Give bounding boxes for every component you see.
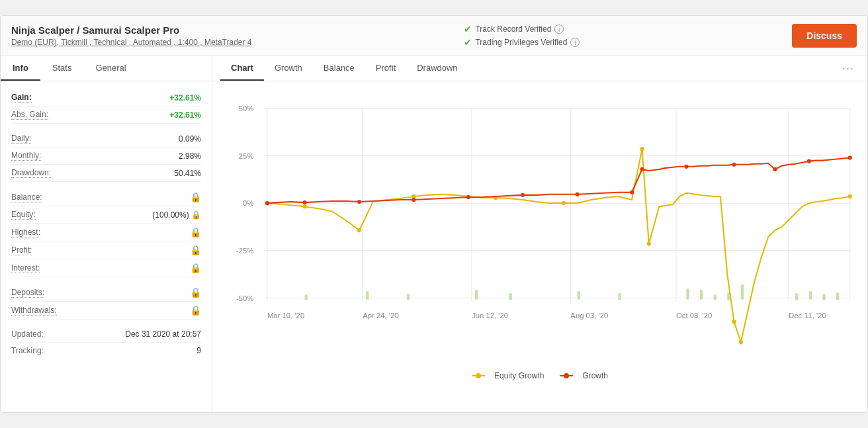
- svg-point-57: [630, 191, 634, 194]
- monthly-value: 2.98%: [179, 151, 201, 161]
- withdrawals-row: Withdrawals: 🔒: [11, 302, 201, 320]
- subtitle-suffix: , Technical , Automated , 1:400 , MetaTr…: [87, 38, 252, 47]
- chart-tab-drawdown[interactable]: Drawdown: [406, 56, 468, 81]
- svg-rect-32: [714, 294, 716, 300]
- svg-point-61: [773, 167, 777, 171]
- tracking-label: Tracking:: [11, 346, 44, 355]
- legend-equity-growth: Equity Growth: [472, 371, 544, 380]
- svg-point-56: [576, 193, 580, 196]
- svg-text:Oct 08, '20: Oct 08, '20: [676, 312, 712, 320]
- abs-gain-label: Abs. Gain:: [11, 110, 48, 120]
- left-panel: Info Stats General Gain: +32.61% Abs. Ga…: [1, 56, 212, 412]
- verified-section: ✔ Track Record Verified i ✔ Trading Priv…: [464, 24, 580, 48]
- svg-point-41: [357, 228, 361, 232]
- deposits-label: Deposits:: [11, 288, 44, 298]
- chart-tabs: Chart Growth Balance Profit Drawdown ···: [212, 56, 867, 81]
- chart-area: .grid-line { stroke: #e8e8e8; stroke-wid…: [212, 81, 867, 412]
- abs-gain-value: +32.61%: [169, 110, 201, 120]
- chart-svg: .grid-line { stroke: #e8e8e8; stroke-wid…: [223, 88, 857, 366]
- chart-tab-chart[interactable]: Chart: [220, 56, 264, 81]
- legend-equity-label: Equity Growth: [494, 371, 544, 380]
- balance-value: 🔒: [190, 192, 201, 202]
- deposits-row: Deposits: 🔒: [11, 284, 201, 302]
- page-subtitle: Demo (EUR), Tickmill , Technical , Autom…: [11, 38, 251, 47]
- equity-label: Equity:: [11, 210, 36, 220]
- chart-tab-profit[interactable]: Profit: [365, 56, 406, 81]
- chart-legend: Equity Growth Growth: [223, 371, 857, 380]
- svg-point-58: [640, 167, 644, 171]
- verified-label-1: Track Record Verified: [475, 24, 551, 34]
- svg-point-44: [562, 201, 566, 205]
- svg-rect-35: [795, 293, 798, 300]
- profit-row: Profit: 🔒: [11, 241, 201, 259]
- daily-label: Daily:: [11, 134, 31, 144]
- svg-point-40: [303, 204, 307, 208]
- svg-text:25%: 25%: [239, 152, 254, 160]
- svg-rect-23: [305, 294, 308, 300]
- chart-tab-growth[interactable]: Growth: [264, 56, 313, 81]
- svg-rect-36: [809, 291, 812, 299]
- legend-growth-label: Growth: [582, 371, 608, 380]
- tracking-row: Tracking: 9: [11, 343, 201, 359]
- tickmill-link[interactable]: Tickmill: [61, 38, 87, 47]
- chart-svg-container: .grid-line { stroke: #e8e8e8; stroke-wid…: [223, 88, 857, 366]
- updated-row: Updated: Dec 31 2020 at 20:57: [11, 326, 201, 343]
- trading-privileges-verified: ✔ Trading Privileges Verified i: [464, 37, 580, 48]
- discuss-button[interactable]: Discuss: [792, 24, 857, 48]
- svg-rect-34: [741, 284, 744, 300]
- tab-stats[interactable]: Stats: [40, 56, 84, 81]
- svg-text:-50%: -50%: [236, 294, 253, 302]
- main-content: Info Stats General Gain: +32.61% Abs. Ga…: [1, 56, 867, 412]
- svg-point-45: [640, 147, 644, 151]
- svg-rect-26: [475, 290, 478, 299]
- svg-rect-37: [822, 294, 825, 300]
- spacer-3: [11, 277, 201, 284]
- svg-point-54: [466, 195, 470, 199]
- chart-tab-balance[interactable]: Balance: [313, 56, 365, 81]
- left-tabs: Info Stats General: [1, 56, 212, 81]
- track-record-verified: ✔ Track Record Verified i: [464, 24, 580, 34]
- profit-value: 🔒: [190, 245, 201, 255]
- balance-row: Balance: 🔒: [11, 189, 201, 206]
- interest-value: 🔒: [190, 263, 201, 273]
- svg-point-59: [684, 165, 688, 169]
- svg-point-51: [303, 200, 307, 204]
- tab-general[interactable]: General: [83, 56, 138, 81]
- daily-value: 0.09%: [179, 134, 201, 144]
- svg-rect-27: [509, 293, 512, 300]
- drawdown-label: Drawdown:: [11, 168, 51, 178]
- svg-point-52: [357, 200, 361, 204]
- highest-row: Highest: 🔒: [11, 224, 201, 241]
- svg-text:-25%: -25%: [236, 247, 253, 255]
- svg-rect-38: [836, 292, 839, 300]
- chart-more-button[interactable]: ···: [837, 56, 859, 81]
- updated-value: Dec 31 2020 at 20:57: [125, 329, 201, 339]
- tab-info[interactable]: Info: [1, 56, 40, 81]
- check-icon-2: ✔: [464, 37, 472, 48]
- tracking-value: 9: [196, 346, 201, 355]
- check-icon-1: ✔: [464, 24, 472, 34]
- info-icon-2[interactable]: i: [570, 38, 580, 47]
- balance-label: Balance:: [11, 193, 42, 202]
- drawdown-value: 50.41%: [174, 169, 201, 178]
- svg-rect-28: [578, 291, 580, 299]
- svg-point-62: [807, 159, 811, 163]
- info-icon-1[interactable]: i: [554, 24, 564, 34]
- profit-label: Profit:: [11, 245, 32, 255]
- svg-point-49: [848, 194, 852, 198]
- withdrawals-label: Withdrawals:: [11, 306, 57, 316]
- subtitle-prefix: Demo (EUR),: [11, 38, 61, 47]
- svg-point-47: [732, 320, 736, 323]
- withdrawals-value: 🔒: [190, 305, 201, 316]
- monthly-row: Monthly: 2.98%: [11, 148, 201, 165]
- verified-label-2: Trading Privileges Verified: [475, 38, 567, 47]
- interest-row: Interest: 🔒: [11, 259, 201, 277]
- page-header: Ninja Scalper / Samurai Scalper Pro Demo…: [1, 16, 867, 56]
- svg-point-55: [521, 193, 525, 197]
- deposits-value: 🔒: [190, 287, 201, 298]
- svg-point-53: [412, 198, 415, 202]
- gain-value: +32.61%: [169, 93, 201, 103]
- svg-rect-25: [407, 294, 410, 300]
- svg-text:Jun 12, '20: Jun 12, '20: [472, 312, 508, 320]
- highest-value: 🔒: [190, 227, 201, 237]
